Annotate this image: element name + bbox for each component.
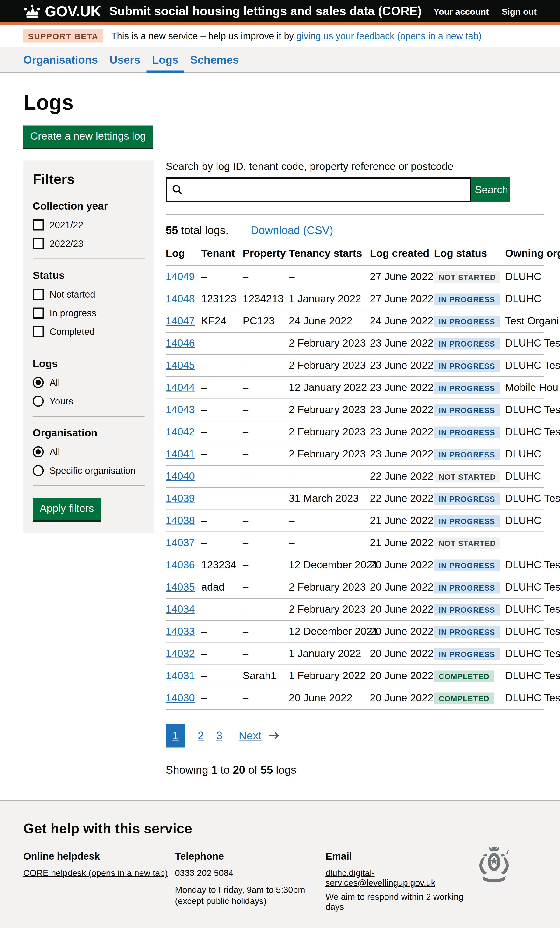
log-id-cell: 14032: [166, 648, 201, 660]
log-id-link[interactable]: 14041: [166, 448, 195, 460]
property-cell: –: [243, 559, 289, 571]
pagination-next-link[interactable]: Next: [239, 729, 262, 742]
tenancy-starts-cell: 2 February 2023: [289, 426, 370, 438]
create-lettings-log-button[interactable]: Create a new lettings log: [23, 125, 153, 148]
log-id-link[interactable]: 14049: [166, 271, 195, 282]
radio-icon-selected[interactable]: [33, 377, 44, 388]
tenancy-starts-cell: 1 January 2022: [289, 293, 370, 305]
search-button[interactable]: Search: [471, 177, 510, 202]
email-heading: Email: [325, 851, 478, 862]
status-badge: IN PROGRESS: [434, 582, 500, 594]
log-id-cell: 14037: [166, 537, 201, 549]
status-label: Status: [33, 270, 145, 282]
checkbox-icon[interactable]: [33, 220, 44, 230]
nav-item-organisations[interactable]: Organisations: [17, 47, 104, 73]
property-cell: –: [243, 626, 289, 638]
table-row: 14036 123234 – 12 December 2021 20 June …: [166, 554, 544, 577]
radio-logs-yours[interactable]: Yours: [33, 395, 145, 407]
log-id-link[interactable]: 14034: [166, 603, 195, 615]
log-created-cell: 23 June 2022: [370, 448, 434, 461]
radio-organisation-all[interactable]: All: [33, 447, 145, 458]
log-id-cell: 14041: [166, 448, 201, 461]
pagination-page-1-current[interactable]: 1: [166, 723, 186, 748]
sign-out-link[interactable]: Sign out: [502, 6, 537, 16]
checkbox-icon[interactable]: [33, 326, 44, 337]
footer-title: Get help with this service: [23, 820, 537, 837]
log-id-link[interactable]: 14042: [166, 426, 195, 438]
property-cell: –: [243, 382, 289, 394]
feedback-link[interactable]: giving us your feedback (opens in a new …: [296, 31, 482, 41]
email-link[interactable]: dluhc.digital-services@levellingup.gov.u…: [325, 868, 478, 888]
service-name[interactable]: Submit social housing lettings and sales…: [109, 4, 422, 18]
tenant-cell: –: [201, 271, 243, 283]
owning-organisation-cell: DLUHC Tes: [505, 603, 560, 616]
checkbox-in-progress[interactable]: In progress: [33, 308, 145, 319]
log-id-link[interactable]: 14048: [166, 293, 195, 305]
logs-filter-label: Logs: [33, 358, 145, 370]
log-id-link[interactable]: 14033: [166, 626, 195, 637]
checkbox-2021-22[interactable]: 2021/22: [33, 220, 145, 230]
table-row: 14042 – – 2 February 2023 23 June 2022 I…: [166, 421, 544, 443]
your-account-link[interactable]: Your account: [433, 6, 489, 16]
radio-icon[interactable]: [33, 465, 44, 476]
core-helpdesk-link[interactable]: CORE helpdesk (opens in a new tab): [23, 868, 168, 878]
tenant-cell: –: [201, 514, 243, 527]
column-header-tenancy-starts: Tenancy starts: [289, 247, 370, 260]
log-created-cell: 22 June 2022: [370, 493, 434, 505]
radio-icon-selected[interactable]: [33, 447, 44, 458]
checkbox-2022-23[interactable]: 2022/23: [33, 238, 145, 249]
log-created-cell: 20 June 2022: [370, 559, 434, 571]
radio-organisation-specific[interactable]: Specific organisation: [33, 465, 145, 476]
radio-icon[interactable]: [33, 395, 44, 407]
log-id-link[interactable]: 14036: [166, 559, 195, 571]
log-id-link[interactable]: 14032: [166, 648, 195, 659]
nav-item-logs[interactable]: Logs: [146, 47, 184, 73]
govuk-logo[interactable]: GOV.UK: [23, 3, 101, 20]
log-id-link[interactable]: 14047: [166, 315, 195, 327]
checkbox-icon[interactable]: [33, 289, 44, 300]
log-id-link[interactable]: 14039: [166, 493, 195, 504]
email-response-note: We aim to respond within 2 working days: [325, 891, 478, 911]
download-csv-link[interactable]: Download (CSV): [250, 224, 333, 237]
log-id-link[interactable]: 14031: [166, 670, 195, 682]
showing-to-word: to: [217, 764, 233, 776]
owning-organisation-cell: DLUHC Tes: [505, 359, 560, 372]
log-id-link[interactable]: 14046: [166, 337, 195, 349]
nav-item-schemes[interactable]: Schemes: [184, 47, 245, 73]
showing-prefix: Showing: [166, 764, 211, 776]
log-id-link[interactable]: 14045: [166, 359, 195, 371]
log-status-cell: IN PROGRESS: [434, 559, 505, 571]
checkbox-completed[interactable]: Completed: [33, 326, 145, 337]
log-id-link[interactable]: 14040: [166, 470, 195, 482]
owning-organisation-cell: DLUHC Tes: [505, 493, 560, 505]
checkbox-icon[interactable]: [33, 238, 44, 249]
log-id-link[interactable]: 14038: [166, 514, 195, 526]
telephone-number: 0333 202 5084: [175, 868, 325, 878]
checkbox-icon[interactable]: [33, 308, 44, 319]
total-logs-number: 55: [166, 224, 178, 237]
property-cell: –: [243, 514, 289, 527]
log-status-cell: NOT STARTED: [434, 537, 505, 549]
log-created-cell: 23 June 2022: [370, 404, 434, 416]
log-id-link[interactable]: 14030: [166, 692, 195, 704]
tenant-cell: –: [201, 382, 243, 394]
radio-logs-all[interactable]: All: [33, 377, 145, 388]
pagination-page-2[interactable]: 2: [198, 729, 204, 742]
checkbox-not-started[interactable]: Not started: [33, 289, 145, 300]
filters-divider: [33, 259, 145, 259]
log-id-link[interactable]: 14035: [166, 581, 195, 593]
log-id-link[interactable]: 14043: [166, 404, 195, 415]
tenancy-starts-cell: 1 February 2022: [289, 670, 370, 682]
search-input-wrapper: [166, 177, 471, 202]
pagination-page-3[interactable]: 3: [216, 729, 222, 742]
tenant-cell: –: [201, 537, 243, 549]
property-cell: 1234213: [243, 293, 289, 305]
log-id-link[interactable]: 14044: [166, 382, 195, 393]
nav-item-users[interactable]: Users: [104, 47, 146, 73]
status-badge: IN PROGRESS: [434, 649, 500, 660]
search-input[interactable]: [186, 179, 470, 201]
log-id-link[interactable]: 14037: [166, 537, 195, 548]
phase-banner: SUPPORT BETA This is a new service – hel…: [0, 24, 560, 47]
property-cell: –: [243, 337, 289, 350]
apply-filters-button[interactable]: Apply filters: [33, 498, 101, 520]
